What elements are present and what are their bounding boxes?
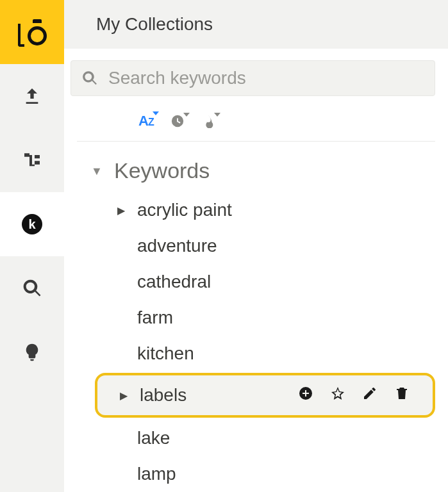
keyword-label: farm [137,308,173,328]
caret-right-icon[interactable]: ▶ [117,390,131,402]
keywords-icon: k [22,214,42,234]
sort-recent[interactable] [170,114,185,128]
keyword-label: lake [137,428,170,448]
tree-icon [22,150,42,170]
sort-popular[interactable] [201,114,215,128]
keyword-label: lamp [137,464,176,484]
upload-icon [22,86,42,106]
rail-item-ideas[interactable] [0,320,64,384]
keyword-item[interactable]: ▶labels [117,375,433,415]
sort-alpha-icon: AZ [138,113,154,129]
keyword-item[interactable]: ▶adventure [114,228,448,264]
nav-rail: k [0,0,64,492]
rail-item-organize[interactable] [0,128,64,192]
delete-button[interactable] [394,385,410,406]
search-icon [81,70,98,86]
clock-icon [170,114,185,128]
keyword-item[interactable]: ▶lamp [114,456,448,492]
search-input[interactable] [108,68,424,88]
keyword-item[interactable]: ▶lake [114,420,448,456]
chevron-down-icon [153,111,159,115]
logo-icon [17,20,47,44]
favorite-button[interactable] [330,385,345,406]
rail-item-keywords[interactable]: k [0,192,64,256]
chevron-down-icon [214,113,220,117]
tree-root-label: Keywords [114,158,210,183]
edit-button[interactable] [362,385,377,406]
keyword-item-selected: ▶labels [95,373,435,418]
keyword-label: acrylic paint [137,200,232,220]
keyword-label: adventure [137,236,217,256]
rail-item-upload[interactable] [0,64,64,128]
caret-right-icon[interactable]: ▶ [114,204,128,217]
keyword-tree: ▼ Keywords ▶acrylic paint▶adventure▶cath… [64,154,448,492]
keyword-item[interactable]: ▶acrylic paint [114,192,448,228]
app-logo[interactable] [0,0,64,64]
rail-item-search[interactable] [0,256,64,320]
keyword-actions [298,385,433,406]
caret-down-icon: ▼ [90,165,104,177]
content-area: AZ ▼ Keywords ▶acrylic paint▶adventure [64,49,448,492]
keyword-item[interactable]: ▶kitchen [114,336,448,372]
keyword-item[interactable]: ▶cathedral [114,264,448,300]
flame-icon [201,114,215,128]
keyword-search[interactable] [71,60,435,96]
keyword-label: cathedral [137,272,211,292]
chevron-down-icon [183,113,190,117]
sort-alpha[interactable]: AZ [138,113,154,129]
page-title: My Collections [64,0,448,49]
search-icon [22,278,42,299]
tree-root[interactable]: ▼ Keywords [90,154,448,192]
sort-bar: AZ [77,102,435,142]
add-child-button[interactable] [298,385,313,406]
keyword-item[interactable]: ▶farm [114,300,448,336]
lightbulb-icon [22,342,42,363]
main-panel: My Collections AZ [64,0,448,492]
keyword-label: kitchen [137,343,194,364]
keyword-label: labels [140,385,187,406]
